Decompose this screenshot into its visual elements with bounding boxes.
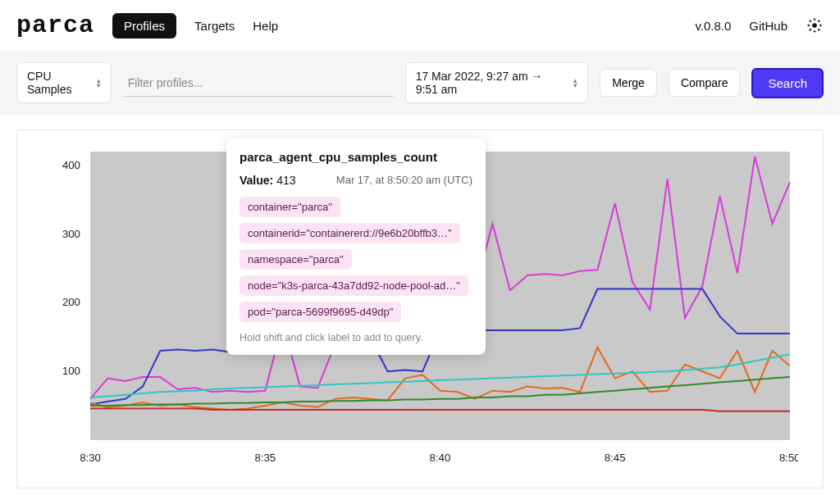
chevron-updown-icon: ▴▾ <box>97 78 101 88</box>
svg-text:200: 200 <box>62 296 80 308</box>
nav-help[interactable]: Help <box>253 19 278 33</box>
tooltip-title: parca_agent_cpu_samples_count <box>240 150 472 164</box>
label-tag[interactable]: node="k3s-parca-43a7dd92-node-pool-ad…" <box>240 275 468 296</box>
svg-text:300: 300 <box>62 228 80 240</box>
profile-type-select[interactable]: CPU Samples ▴▾ <box>16 62 112 103</box>
topbar-right: v.0.8.0 GitHub <box>695 16 824 34</box>
svg-point-5 <box>810 20 811 22</box>
chevron-updown-icon: ▴▾ <box>573 78 578 88</box>
tooltip-timestamp: Mar 17, at 8:50:20 am (UTC) <box>336 174 472 187</box>
tooltip-value-label: Value: <box>240 174 273 187</box>
label-tag[interactable]: container="parca" <box>240 197 340 217</box>
svg-text:8:50: 8:50 <box>779 452 798 464</box>
filter-profiles-input[interactable] <box>123 70 394 97</box>
svg-point-0 <box>812 23 817 28</box>
chart-card: 1002003004008:308:358:408:458:50 parca_a… <box>16 129 824 488</box>
nav-targets[interactable]: Targets <box>194 19 235 33</box>
label-tag[interactable]: pod="parca-5699f9695-d49dp" <box>240 302 401 322</box>
query-toolbar: CPU Samples ▴▾ 17 Mar 2022, 9:27 am → 9:… <box>0 51 840 115</box>
date-range-value: 17 Mar 2022, 9:27 am → 9:51 am <box>416 70 568 96</box>
search-button[interactable]: Search <box>751 68 824 98</box>
compare-button[interactable]: Compare <box>669 69 741 97</box>
svg-text:100: 100 <box>62 365 80 377</box>
chart-tooltip: parca_agent_cpu_samples_count Value: 413… <box>226 138 486 355</box>
svg-point-4 <box>819 25 821 26</box>
svg-text:8:35: 8:35 <box>254 452 276 464</box>
tooltip-hint: Hold shift and click label to add to que… <box>240 332 472 343</box>
label-tag[interactable]: containerid="containererd://9e6b20bffb3…… <box>240 223 460 243</box>
topbar: parca Profiles Targets Help v.0.8.0 GitH… <box>0 0 840 51</box>
svg-point-2 <box>814 30 815 32</box>
merge-button[interactable]: Merge <box>600 69 657 97</box>
svg-point-8 <box>818 29 819 30</box>
brand-logo: parca <box>16 11 94 39</box>
theme-toggle-icon[interactable] <box>806 16 824 34</box>
nav-profiles[interactable]: Profiles <box>112 13 176 39</box>
github-link[interactable]: GitHub <box>749 19 788 33</box>
version-label: v.0.8.0 <box>695 19 731 33</box>
svg-point-7 <box>810 29 811 30</box>
label-tag[interactable]: namespace="parca" <box>240 249 352 270</box>
svg-text:8:45: 8:45 <box>605 452 626 464</box>
profile-type-value: CPU Samples <box>27 70 90 96</box>
chart-area[interactable]: 1002003004008:308:358:408:458:50 parca_a… <box>32 145 798 473</box>
svg-point-6 <box>818 20 819 22</box>
date-range-select[interactable]: 17 Mar 2022, 9:27 am → 9:51 am ▴▾ <box>405 62 589 103</box>
svg-point-1 <box>814 18 815 20</box>
svg-text:8:30: 8:30 <box>80 452 101 464</box>
chart-container: 1002003004008:308:358:408:458:50 parca_a… <box>0 115 840 503</box>
tooltip-tags: container="parca"containerid="containere… <box>240 197 472 322</box>
svg-text:400: 400 <box>62 159 80 171</box>
svg-text:8:40: 8:40 <box>430 452 451 464</box>
svg-point-3 <box>807 25 809 26</box>
tooltip-value: 413 <box>276 174 295 187</box>
